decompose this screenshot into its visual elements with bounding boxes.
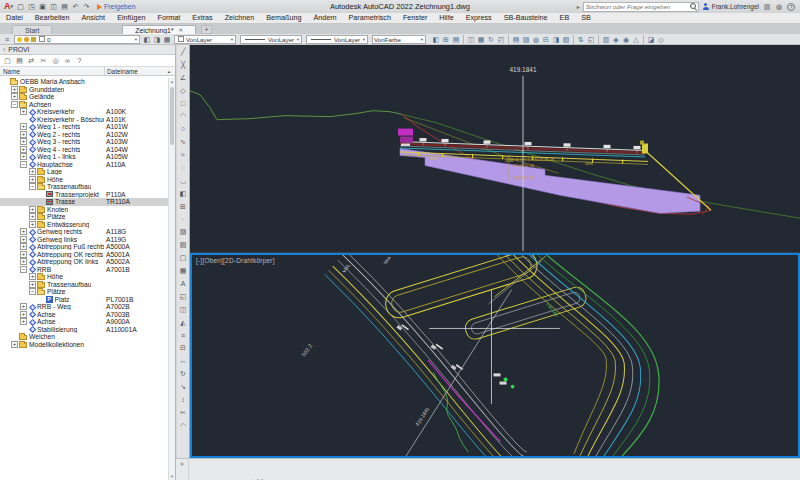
chevron-down-icon[interactable]: ▾	[134, 37, 138, 42]
gradient-icon[interactable]: ▧	[178, 239, 189, 252]
match-properties-icon[interactable]: ◧	[431, 35, 441, 44]
tree-item[interactable]: + Abtreppung Fuß rechts A5000A	[0, 243, 168, 251]
link-icon[interactable]: ∞	[62, 56, 73, 65]
tree-expander[interactable]: +	[11, 86, 18, 93]
revision-cloud-icon[interactable]: ∿	[178, 136, 189, 149]
viewport-plan[interactable]: 419.1841 502.2 VWL TRA 130.185 [-][Oben]…	[190, 253, 800, 458]
help-search-box[interactable]	[583, 2, 699, 12]
tree-item[interactable]: + Gelände	[0, 93, 168, 101]
tree-item[interactable]: + Grunddaten	[0, 86, 168, 94]
tree-item[interactable]: + Höhe	[0, 273, 168, 281]
markup-icon[interactable]: ◨	[551, 35, 561, 44]
stretch-icon[interactable]: ↕	[178, 394, 189, 407]
tree-expander[interactable]: +	[20, 258, 27, 265]
tree-item[interactable]: − RRB A7001B	[0, 266, 168, 274]
region-icon[interactable]: ▢	[178, 252, 189, 265]
create-block-icon[interactable]: ⊞	[178, 201, 189, 214]
id-point-icon[interactable]: △	[631, 35, 641, 44]
block-editor-icon[interactable]: ⊞	[441, 35, 451, 44]
menu-eb[interactable]: EB	[554, 13, 576, 23]
color-combo[interactable]: VonLayer ▾	[174, 35, 236, 44]
design-center-icon[interactable]: ▨	[521, 35, 531, 44]
tree-item[interactable]: + Weg 4 - rechts A104W	[0, 146, 168, 154]
qnew-icon[interactable]: ▢	[15, 1, 26, 12]
tree-expander[interactable]: −	[20, 161, 27, 168]
menu-einf-gen[interactable]: Einfügen	[111, 13, 151, 23]
tree-expander[interactable]: +	[29, 168, 36, 175]
zoom-previous-icon[interactable]: ◰	[496, 35, 506, 44]
tree-item[interactable]: + Kreisverkehr A100K	[0, 108, 168, 116]
scale-icon[interactable]: ↘	[178, 381, 189, 394]
tree-expander[interactable]: −	[29, 183, 36, 190]
arc-icon[interactable]: ◠	[178, 110, 189, 123]
lineweight-combo[interactable]: VonLayer ▾	[306, 35, 368, 44]
tree-expander[interactable]: −	[20, 266, 27, 273]
help-icon[interactable]: ?	[787, 3, 795, 11]
menu-parametrisch[interactable]: Parametrisch	[343, 13, 397, 23]
share-button[interactable]: Freigeben	[97, 3, 136, 10]
column-dateiname[interactable]: Dateiname▲	[105, 67, 175, 75]
copy-icon[interactable]: ◫	[178, 304, 189, 317]
tree-item[interactable]: + Trassenaufbau	[0, 281, 168, 289]
tree-expander[interactable]: +	[20, 131, 27, 138]
tree-item[interactable]: + Höhe	[0, 176, 168, 184]
group-icon[interactable]: ◪	[646, 35, 656, 44]
circle-icon[interactable]: ○	[178, 123, 189, 136]
tree-item[interactable]: + Plätze	[0, 213, 168, 221]
search-icon[interactable]	[689, 2, 698, 11]
command-history[interactable]: Externe Modelle... Lageplan wird gezeich…	[189, 459, 800, 480]
plotstyle-combo[interactable]: VonFarbe ▾	[372, 35, 426, 44]
rotate-icon[interactable]: ↻	[178, 368, 189, 381]
tree-item[interactable]: + RRB - Weg A7002B	[0, 303, 168, 311]
tree-item[interactable]: Trassenprojekt P110A	[0, 191, 168, 199]
command-line[interactable]: ✕ Externe Modelle... Lageplan wird gezei…	[176, 458, 800, 480]
polyline-icon[interactable]: ∠	[178, 72, 189, 85]
xref-icon[interactable]: ▤	[451, 35, 461, 44]
autodesk-account-icon[interactable]: ◍	[774, 2, 784, 11]
array-icon[interactable]: ⊟	[178, 342, 189, 355]
linetype-combo[interactable]: VonLayer ▾	[240, 35, 302, 44]
save-as-icon[interactable]: ◫	[48, 1, 59, 12]
zoom-window-icon[interactable]: ↻	[486, 35, 496, 44]
tree-item[interactable]: + Modellkollektionen	[0, 341, 168, 349]
new-tab-button[interactable]: +	[201, 25, 212, 34]
offset-icon[interactable]: ≡	[178, 330, 189, 343]
panel-scrollbar[interactable]: ▲ ▼	[168, 78, 175, 480]
tree-expander[interactable]: +	[20, 311, 27, 318]
rectangle-icon[interactable]: □	[178, 98, 189, 111]
area-icon[interactable]: ◈	[611, 35, 621, 44]
trim-icon[interactable]: ✂	[178, 407, 189, 420]
tree-item[interactable]: − Achsen	[0, 101, 168, 109]
line-icon[interactable]: ╱	[178, 46, 189, 59]
close-command-icon[interactable]: ✕	[180, 461, 185, 467]
tab-drawing[interactable]: Zeichnung1*✕	[122, 25, 196, 34]
tree-item[interactable]: + Weg 1 - rechts A101W	[0, 123, 168, 131]
menu-express[interactable]: Express	[460, 13, 498, 23]
tree-expander[interactable]: +	[20, 303, 27, 310]
layer-combo[interactable]: 0 ▾	[14, 35, 140, 44]
menu-fenster[interactable]: Fenster	[397, 13, 433, 23]
menu-hilfe[interactable]: Hilfe	[433, 13, 459, 23]
tree-item[interactable]: Stabilisierung A110001A	[0, 326, 168, 334]
menu-sb-bausteine[interactable]: SB-Bausteine	[498, 13, 554, 23]
search-icon[interactable]: ◎	[50, 56, 61, 65]
tree-expander[interactable]: −	[11, 101, 18, 108]
new-entry-icon[interactable]: ▢	[2, 56, 13, 65]
menu-sb[interactable]: SB	[575, 13, 597, 23]
construction-line-icon[interactable]: ╳	[178, 59, 189, 72]
tree-expander[interactable]: +	[20, 236, 27, 243]
zoom-realtime-icon[interactable]: ▦	[476, 35, 486, 44]
tree-expander[interactable]: +	[20, 123, 27, 130]
table-icon[interactable]: ▦	[178, 265, 189, 278]
polygon-icon[interactable]: ◇	[178, 85, 189, 98]
user-account[interactable]: Frank.Lohrengel	[702, 3, 759, 11]
tree-item[interactable]: + Entwässerung	[0, 221, 168, 229]
menu--ndern[interactable]: Ändern	[307, 13, 342, 23]
menu-bema-ung[interactable]: Bemaßung	[260, 13, 307, 23]
collapse-panel-icon[interactable]: ‹	[3, 46, 5, 53]
tree-item[interactable]: Trasse TR110A	[0, 198, 168, 206]
tree-item[interactable]: − Hauptachse A110A	[0, 161, 168, 169]
tree-item[interactable]: + Lage	[0, 168, 168, 176]
layer-previous-icon[interactable]: ◨	[152, 35, 162, 44]
tree-item[interactable]: + Achse A7003B	[0, 311, 168, 319]
